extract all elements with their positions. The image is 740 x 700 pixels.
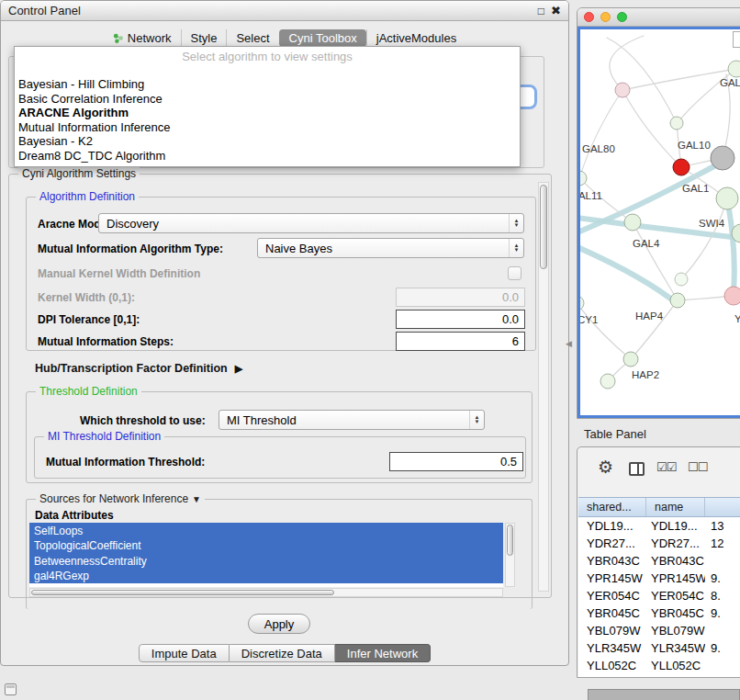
- table-cell: YER054C: [646, 587, 705, 604]
- attribute-item-selfloops[interactable]: SelfLoops: [29, 523, 503, 538]
- network-node[interactable]: [623, 352, 638, 367]
- network-node[interactable]: [670, 117, 683, 130]
- kernel-width-field[interactable]: 0.0: [396, 288, 525, 307]
- node-label-hap4: HAP4: [635, 310, 664, 322]
- column-header-name[interactable]: name: [646, 498, 705, 516]
- gear-icon[interactable]: ⚙: [598, 457, 613, 478]
- attribute-item-gal4rgexp[interactable]: gal4RGexp: [29, 569, 503, 584]
- network-edge[interactable]: [580, 303, 631, 359]
- table-cell: YBR043C: [578, 552, 646, 570]
- unselect-all-columns-icon[interactable]: ☐☐: [688, 460, 707, 474]
- network-edge[interactable]: [631, 300, 678, 359]
- table-row[interactable]: YBR045CYBR045C9.: [578, 604, 740, 622]
- table-cell: YDL19...: [578, 517, 646, 535]
- tab-network[interactable]: Network: [104, 29, 181, 47]
- network-node[interactable]: [728, 61, 740, 77]
- table-cell: [705, 657, 740, 674]
- settings-scrollbar[interactable]: [538, 182, 549, 592]
- attribute-item-betweennesscentrality[interactable]: BetweennessCentrality: [29, 553, 503, 569]
- table-cell: YDL19...: [646, 517, 705, 535]
- mi-threshold-label: Mutual Information Threshold:: [46, 456, 205, 469]
- network-node[interactable]: [711, 146, 734, 170]
- tab-style[interactable]: Style: [181, 29, 227, 47]
- network-node[interactable]: [580, 171, 587, 186]
- which-threshold-value: MI Threshold: [227, 413, 297, 427]
- show-columns-icon[interactable]: [629, 462, 645, 476]
- table-row[interactable]: YDL19...YDL19...13: [578, 517, 740, 535]
- sources-title[interactable]: Sources for Network Inference▼: [36, 492, 205, 505]
- column-header-2[interactable]: [705, 498, 740, 516]
- manual-kernel-label: Manual Kernel Width Definition: [38, 267, 200, 280]
- apply-button[interactable]: Apply: [248, 614, 310, 634]
- network-node[interactable]: [624, 214, 641, 231]
- network-canvas[interactable]: GAL80GAL10GAL11GAL1SWI4GAL4GCY1HAP4HAP2G…: [577, 27, 740, 418]
- network-edge[interactable]: [729, 209, 734, 291]
- bottom-tab-infer-network[interactable]: Infer Network: [335, 644, 431, 662]
- mi-steps-label: Mutual Information Steps:: [38, 335, 174, 348]
- attributes-list-scrollbar[interactable]: [505, 523, 515, 587]
- table-row[interactable]: YBL079WYBL079W: [578, 622, 740, 639]
- which-threshold-select[interactable]: MI Threshold ▲▼: [219, 410, 485, 430]
- algorithm-option-aracne-algorithm[interactable]: ARACNE Algorithm: [15, 106, 520, 120]
- tab-select[interactable]: Select: [226, 29, 278, 47]
- network-node[interactable]: [580, 296, 584, 310]
- aracne-mode-select[interactable]: Discovery ▲▼: [98, 213, 524, 233]
- close-traffic-light[interactable]: [584, 12, 594, 22]
- bottom-tab-discretize-data[interactable]: Discretize Data: [230, 644, 335, 662]
- table-row[interactable]: YBR043CYBR043C: [578, 552, 740, 570]
- settings-scrollbar-thumb[interactable]: [540, 185, 547, 269]
- table-cell: YBR043C: [646, 552, 705, 570]
- algorithm-option-dream8-dc-tdc-algorithm[interactable]: Dream8 DC_TDC Algorithm: [15, 149, 520, 164]
- panel-collapse-arrow[interactable]: ◀: [566, 339, 572, 348]
- table-cell: [705, 552, 740, 570]
- table-cell: YDR27...: [646, 535, 705, 552]
- collapsed-panel-icon[interactable]: [5, 683, 17, 695]
- table-cell: 9.: [705, 570, 740, 587]
- network-node[interactable]: [673, 159, 690, 175]
- close-icon[interactable]: ✖: [551, 4, 561, 17]
- minimize-traffic-light[interactable]: [600, 12, 611, 22]
- table-row[interactable]: YDR27...YDR27...12: [578, 535, 740, 552]
- algorithm-dropdown-popup: Select algorithm to view settings Bayesi…: [14, 46, 521, 167]
- table-panel-window: ⚙ ☑☑ ☐☐ shared...name YDL19...YDL19...13…: [577, 446, 740, 678]
- network-edge[interactable]: [681, 198, 727, 279]
- birdseye-toggle[interactable]: [733, 31, 740, 48]
- network-node[interactable]: [670, 293, 685, 308]
- algorithm-option-bayesian-k2[interactable]: Bayesian - K2: [15, 134, 520, 149]
- network-node[interactable]: [675, 273, 688, 286]
- node-label-gal11: GAL11: [580, 190, 602, 201]
- bottom-tab-impute-data[interactable]: Impute Data: [139, 644, 230, 662]
- attribute-item-topologicalcoefficient[interactable]: TopologicalCoefficient: [29, 538, 503, 554]
- select-all-columns-icon[interactable]: ☑☑: [656, 460, 676, 474]
- attributes-list-scrollbar-thumb[interactable]: [507, 525, 513, 556]
- algorithm-option-mutual-information-inference[interactable]: Mutual Information Inference: [15, 120, 520, 135]
- tab-cyni-toolbox[interactable]: Cyni Toolbox: [279, 29, 366, 47]
- attributes-list-hscrollbar-thumb[interactable]: [31, 590, 334, 595]
- tab-jactivemodules[interactable]: jActiveModules: [366, 29, 465, 47]
- network-node[interactable]: [724, 287, 740, 305]
- table-row[interactable]: YER054CYER054C8.: [578, 587, 740, 604]
- column-header-shared-[interactable]: shared...: [578, 498, 646, 516]
- table-row[interactable]: YLL052CYLL052C: [578, 657, 740, 674]
- network-edge[interactable]: [622, 90, 681, 167]
- table-row[interactable]: YLR345WYLR345W9.: [578, 639, 740, 657]
- algorithm-option-basic-correlation-inference[interactable]: Basic Correlation Inference: [15, 92, 520, 107]
- data-attributes-list[interactable]: SelfLoopsTopologicalCoefficientBetweenne…: [29, 523, 503, 587]
- table-row[interactable]: YPR145WYPR145W9.: [578, 570, 740, 587]
- network-node[interactable]: [615, 83, 630, 97]
- network-node[interactable]: [600, 374, 615, 389]
- manual-kernel-checkbox[interactable]: [508, 266, 521, 280]
- float-window-icon[interactable]: □: [538, 5, 544, 17]
- mi-threshold-field[interactable]: 0.5: [389, 452, 523, 471]
- table-cell: YBL079W: [578, 622, 646, 639]
- network-edge[interactable]: [580, 90, 622, 178]
- dpi-tolerance-field[interactable]: 0.0: [396, 310, 525, 329]
- hub-definition-toggle[interactable]: Hub/Transcription Factor Definition▶: [35, 362, 242, 375]
- mi-type-select[interactable]: Naive Bayes ▲▼: [257, 238, 524, 258]
- table-toolbar: ⚙ ☑☑ ☐☐: [577, 455, 740, 484]
- attributes-list-hscrollbar[interactable]: [29, 588, 503, 597]
- algorithm-option-bayesian-hill-climbing[interactable]: Bayesian - Hill Climbing: [15, 77, 520, 92]
- zoom-traffic-light[interactable]: [617, 12, 627, 22]
- mi-steps-field[interactable]: 6: [396, 332, 525, 351]
- network-node[interactable]: [716, 187, 738, 209]
